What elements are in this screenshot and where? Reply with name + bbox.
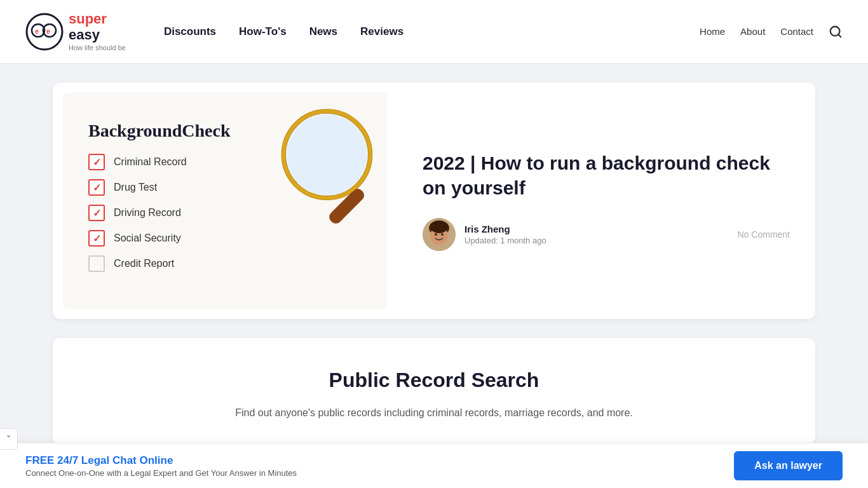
site-logo[interactable]: e e super easy How life should be — [25, 11, 126, 51]
nav-item-home[interactable]: Home — [700, 26, 725, 37]
logo-tagline: How life should be — [69, 44, 126, 51]
checkbox-5 — [88, 255, 105, 272]
author-row: Iris Zheng Updated: 1 month ago No Comme… — [423, 218, 790, 251]
author-details: Iris Zheng Updated: 1 month ago — [465, 224, 729, 245]
public-record-card: Public Record Search Find out anyone's p… — [53, 338, 815, 444]
article-image: BackgroundCheck Criminal Record Drug Tes… — [63, 93, 387, 309]
checkbox-1 — [88, 154, 105, 170]
svg-text:e: e — [35, 27, 39, 35]
logo-title: super easy — [69, 11, 126, 42]
svg-line-7 — [838, 34, 841, 37]
main-nav: Discounts How-To's News Reviews — [164, 25, 700, 38]
checklist-label-1: Criminal Record — [114, 156, 187, 168]
checklist-label-2: Drug Test — [114, 182, 157, 193]
collapse-toggle-button[interactable]: ˅ — [0, 428, 18, 450]
nav-item-about[interactable]: About — [740, 26, 765, 37]
bg-heading-plain: Background — [88, 121, 182, 140]
public-record-description: Find out anyone's public records includi… — [218, 405, 650, 421]
nav-item-discounts[interactable]: Discounts — [164, 25, 216, 38]
logo-icon: e e — [25, 13, 64, 51]
nav-item-howtos[interactable]: How-To's — [239, 25, 287, 38]
svg-point-15 — [435, 233, 437, 236]
author-avatar — [423, 218, 456, 251]
article-title: 2022 | How to run a background check on … — [423, 151, 790, 200]
main-content: BackgroundCheck Criminal Record Drug Tes… — [27, 83, 841, 444]
avatar-image — [423, 218, 456, 251]
ask-lawyer-button[interactable]: Ask an lawyer — [734, 451, 843, 463]
checklist-label-5: Credit Report — [114, 258, 174, 269]
checklist-item-5: Credit Report — [88, 255, 362, 272]
search-button[interactable] — [829, 25, 843, 39]
bottom-bar-text: FREE 24/7 Legal Chat Online Connect One-… — [25, 454, 297, 463]
nav-item-reviews[interactable]: Reviews — [360, 25, 403, 38]
svg-point-16 — [441, 233, 444, 236]
svg-point-9 — [288, 115, 367, 194]
chevron-down-icon: ˅ — [6, 434, 11, 444]
article-card: BackgroundCheck Criminal Record Drug Tes… — [53, 83, 815, 319]
svg-text:e: e — [46, 27, 50, 35]
author-updated: Updated: 1 month ago — [465, 236, 729, 245]
bottom-bar-title: FREE 24/7 Legal Chat Online — [25, 454, 297, 463]
article-info: 2022 | How to run a background check on … — [397, 132, 815, 270]
public-record-title: Public Record Search — [78, 369, 790, 392]
author-name: Iris Zheng — [465, 224, 729, 234]
checkbox-4 — [88, 230, 105, 247]
bg-heading-bold: Check — [182, 121, 230, 140]
svg-point-17 — [430, 220, 448, 233]
right-nav: Home About Contact — [700, 25, 843, 39]
nav-item-news[interactable]: News — [309, 25, 337, 38]
bottom-bar: FREE 24/7 Legal Chat Online Connect One-… — [0, 443, 868, 463]
magnifier-icon — [266, 105, 387, 233]
no-comment: No Comment — [738, 229, 790, 240]
checkbox-2 — [88, 179, 105, 196]
checklist-label-4: Social Security — [114, 233, 181, 244]
search-icon — [829, 25, 843, 39]
nav-item-contact[interactable]: Contact — [780, 26, 813, 37]
site-header: e e super easy How life should be Discou… — [0, 0, 868, 64]
checkbox-3 — [88, 205, 105, 221]
checklist-label-3: Driving Record — [114, 207, 181, 219]
